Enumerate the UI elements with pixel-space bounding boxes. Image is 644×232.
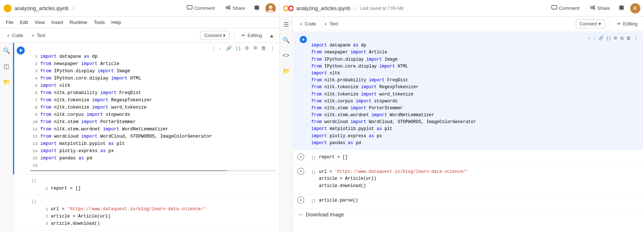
- cell-more-button[interactable]: ⋮: [269, 45, 276, 52]
- right-menu-icon[interactable]: ☰: [282, 20, 290, 29]
- right-cell-link-button[interactable]: 🔗: [597, 35, 605, 41]
- right-connect-button[interactable]: Connect ▾: [576, 19, 605, 28]
- search-icon[interactable]: 🔍: [1, 46, 12, 56]
- left-add-code-button[interactable]: ＋ Code: [4, 31, 25, 40]
- right-cell-move-up-button[interactable]: ↑: [587, 35, 591, 41]
- right-comment-button[interactable]: Comment: [548, 4, 582, 13]
- svg-point-9: [269, 5, 272, 9]
- right-chevron-down-icon: ▾: [599, 21, 601, 27]
- right-comment-icon: [551, 5, 557, 11]
- run-button-1[interactable]: [17, 46, 25, 54]
- menu-edit[interactable]: Edit: [17, 18, 31, 27]
- left-avatar[interactable]: [266, 3, 276, 13]
- user-avatar-icon: [266, 3, 276, 13]
- left-connect-button[interactable]: Connect ▾: [200, 31, 230, 40]
- cell-link-button[interactable]: 🔗: [224, 45, 233, 52]
- right-text-label: Text: [329, 21, 338, 27]
- right-cell-copy-button[interactable]: ⧉: [619, 35, 625, 41]
- right-cell-4-body: article.parse(): [317, 196, 640, 205]
- right-cell-delete-button[interactable]: 🗑: [625, 35, 632, 41]
- right-toolbar-separator: [609, 20, 610, 28]
- left-cell-1: 1import datapane as dp 2from newspaper i…: [13, 43, 279, 174]
- svg-rect-2: [187, 5, 192, 9]
- right-comment-label: Comment: [559, 5, 579, 11]
- left-filename: analyzing_articles.ipynb: [15, 5, 69, 11]
- left-share-button[interactable]: Share: [222, 4, 248, 12]
- left-top-bar-right: Comment Share: [184, 3, 276, 13]
- right-folder-icon[interactable]: 📁: [281, 66, 291, 76]
- cell-code-button[interactable]: { }: [235, 45, 242, 52]
- right-cell-2: [ ] report = []: [293, 151, 644, 164]
- gear-icon: [254, 5, 260, 11]
- svg-rect-13: [552, 5, 557, 9]
- menu-runtime[interactable]: Runtime: [67, 18, 90, 27]
- right-editing-button[interactable]: ✏ Editing: [614, 20, 640, 28]
- svg-point-1: [7, 7, 9, 9]
- left-add-text-button[interactable]: ＋ Text: [28, 31, 48, 40]
- cell-move-up-button[interactable]: ↑: [211, 45, 216, 52]
- left-notebook-content: 1import datapane as dp 2from newspaper i…: [13, 43, 279, 232]
- toolbar-separator: [234, 32, 234, 39]
- right-run-button-1[interactable]: [300, 36, 307, 43]
- left-cell-4: [ ] 1article.parse(): [13, 230, 279, 232]
- right-run-button-3[interactable]: [297, 168, 304, 175]
- left-collapse-button[interactable]: ▲: [268, 31, 276, 40]
- left-star-icon[interactable]: ☆: [71, 5, 76, 11]
- right-cell-more-button[interactable]: ⋮: [633, 35, 639, 41]
- left-cell-2-code: 1report = []: [41, 178, 276, 192]
- panel-icon[interactable]: ◫: [2, 61, 11, 71]
- right-star-icon[interactable]: ☆: [353, 5, 357, 11]
- right-plus-text-icon: ＋: [323, 21, 328, 27]
- right-add-code-button[interactable]: ＋ Code: [296, 19, 318, 29]
- svg-line-7: [228, 8, 229, 8]
- right-run-button-2[interactable]: [297, 153, 304, 160]
- right-section-title: Download Image: [306, 212, 344, 217]
- left-cell-3-run[interactable]: [13, 197, 26, 199]
- right-cell-1: import datapane as dp from newspaper imp…: [294, 33, 643, 149]
- right-section-collapse-icon[interactable]: —: [299, 212, 303, 217]
- right-avatar[interactable]: K: [630, 3, 640, 13]
- left-cell-2-run[interactable]: [13, 176, 26, 178]
- right-cell-settings-button[interactable]: ⚙: [612, 35, 619, 41]
- right-share-button[interactable]: Share: [587, 4, 613, 12]
- right-pencil-icon: ✏: [617, 21, 621, 27]
- cell-move-down-button[interactable]: ↓: [218, 45, 223, 52]
- right-last-saved: Last saved at 7:09 AM: [360, 6, 404, 11]
- left-editing-button[interactable]: ✏ Editing: [239, 31, 265, 40]
- menu-view[interactable]: View: [32, 18, 48, 27]
- left-cell-1-run[interactable]: [14, 44, 27, 54]
- right-expand-icon[interactable]: <>: [281, 51, 291, 60]
- colab-logo-icon: [4, 4, 12, 12]
- right-cell-3-bracket: [ ]: [306, 168, 317, 174]
- left-toolbar-right: Connect ▾ ✏ Editing ▲: [200, 31, 276, 40]
- right-cell-move-down-button[interactable]: ↓: [592, 35, 596, 41]
- right-cell-3: [ ] url = 'https://www.dataquest.io/blog…: [293, 165, 644, 192]
- menu-insert[interactable]: Insert: [48, 18, 66, 27]
- right-top-bar: analyzing_articles.ipynb ☆ Last saved at…: [280, 0, 644, 17]
- cell-copy-button[interactable]: ⧉: [252, 44, 258, 52]
- left-cell-2: [ ] 1report = []: [13, 174, 279, 195]
- left-connect-label: Connect: [204, 33, 222, 38]
- right-cell-1-body: import datapane as dp from newspaper imp…: [309, 34, 587, 147]
- left-comment-button[interactable]: Comment: [184, 4, 218, 13]
- folders-icon[interactable]: 📁: [1, 77, 12, 87]
- right-toolbar-left: ＋ Code ＋ Text: [296, 19, 340, 29]
- menu-file[interactable]: File: [3, 18, 16, 27]
- right-search-icon[interactable]: 🔍: [281, 35, 291, 45]
- right-cell-4-code: article.parse(): [319, 197, 637, 204]
- right-gear-button[interactable]: [617, 3, 626, 13]
- plus-code-icon: ＋: [6, 32, 11, 39]
- left-comment-label: Comment: [194, 5, 215, 11]
- cell-delete-button[interactable]: 🗑: [260, 45, 267, 52]
- right-cell-1-run[interactable]: [297, 34, 309, 43]
- right-add-text-button[interactable]: ＋ Text: [321, 19, 340, 29]
- cell-settings-button[interactable]: ⚙: [243, 45, 251, 52]
- menu-tools[interactable]: Tools: [91, 18, 108, 27]
- menu-help[interactable]: Help: [109, 18, 124, 27]
- right-cell-code-button[interactable]: { }: [605, 35, 612, 41]
- left-gear-button[interactable]: [252, 3, 261, 13]
- right-cell-2-code: report = []: [319, 154, 637, 161]
- svg-point-16: [593, 8, 595, 9]
- right-cell-1-toolbar: ↑ ↓ 🔗 { } ⚙ ⧉ 🗑 ⋮: [587, 34, 639, 41]
- right-run-button-4[interactable]: [297, 196, 304, 204]
